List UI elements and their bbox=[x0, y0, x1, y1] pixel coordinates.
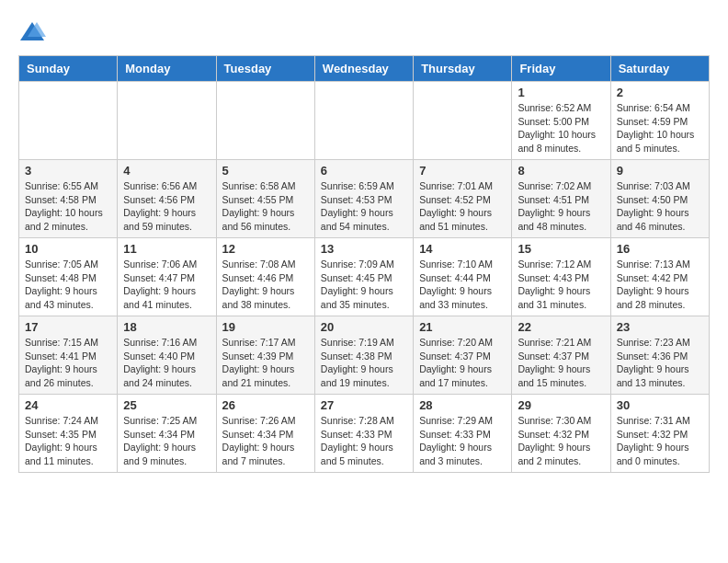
calendar-cell bbox=[414, 82, 512, 160]
calendar-week-1: 1Sunrise: 6:52 AM Sunset: 5:00 PM Daylig… bbox=[19, 82, 710, 160]
page-header bbox=[18, 18, 710, 46]
calendar-cell: 27Sunrise: 7:28 AM Sunset: 4:33 PM Dayli… bbox=[314, 395, 413, 473]
day-info: Sunrise: 7:13 AM Sunset: 4:42 PM Dayligh… bbox=[617, 258, 703, 312]
calendar-cell: 30Sunrise: 7:31 AM Sunset: 4:32 PM Dayli… bbox=[610, 395, 709, 473]
day-number: 23 bbox=[617, 320, 703, 334]
calendar-cell: 26Sunrise: 7:26 AM Sunset: 4:34 PM Dayli… bbox=[216, 395, 314, 473]
header-day-thursday: Thursday bbox=[414, 56, 512, 82]
day-number: 6 bbox=[321, 164, 407, 178]
calendar-cell: 20Sunrise: 7:19 AM Sunset: 4:38 PM Dayli… bbox=[314, 316, 413, 395]
day-number: 29 bbox=[518, 398, 604, 412]
day-number: 17 bbox=[25, 320, 111, 334]
calendar-cell: 10Sunrise: 7:05 AM Sunset: 4:48 PM Dayli… bbox=[19, 238, 118, 316]
calendar-cell bbox=[216, 82, 314, 160]
day-info: Sunrise: 6:56 AM Sunset: 4:56 PM Dayligh… bbox=[123, 179, 210, 234]
calendar-cell: 18Sunrise: 7:16 AM Sunset: 4:40 PM Dayli… bbox=[118, 316, 216, 395]
header-day-sunday: Sunday bbox=[19, 56, 118, 82]
header-day-monday: Monday bbox=[118, 56, 216, 82]
calendar-week-2: 3Sunrise: 6:55 AM Sunset: 4:58 PM Daylig… bbox=[19, 160, 710, 238]
day-number: 25 bbox=[123, 398, 210, 412]
day-number: 22 bbox=[518, 320, 604, 334]
calendar-cell: 15Sunrise: 7:12 AM Sunset: 4:43 PM Dayli… bbox=[512, 238, 610, 316]
day-info: Sunrise: 7:26 AM Sunset: 4:34 PM Dayligh… bbox=[222, 414, 309, 468]
calendar-table: SundayMondayTuesdayWednesdayThursdayFrid… bbox=[18, 55, 710, 473]
day-info: Sunrise: 6:54 AM Sunset: 4:59 PM Dayligh… bbox=[617, 101, 703, 155]
day-info: Sunrise: 7:16 AM Sunset: 4:40 PM Dayligh… bbox=[123, 336, 210, 390]
day-number: 4 bbox=[123, 164, 210, 178]
day-number: 20 bbox=[321, 320, 407, 334]
day-number: 9 bbox=[617, 164, 703, 178]
calendar-cell: 19Sunrise: 7:17 AM Sunset: 4:39 PM Dayli… bbox=[216, 316, 314, 395]
day-info: Sunrise: 6:58 AM Sunset: 4:55 PM Dayligh… bbox=[222, 179, 309, 234]
day-info: Sunrise: 7:10 AM Sunset: 4:44 PM Dayligh… bbox=[419, 258, 506, 312]
calendar-cell: 14Sunrise: 7:10 AM Sunset: 4:44 PM Dayli… bbox=[414, 238, 512, 316]
calendar-cell: 25Sunrise: 7:25 AM Sunset: 4:34 PM Dayli… bbox=[118, 395, 216, 473]
day-info: Sunrise: 7:23 AM Sunset: 4:36 PM Dayligh… bbox=[617, 336, 703, 390]
day-info: Sunrise: 6:59 AM Sunset: 4:53 PM Dayligh… bbox=[321, 179, 407, 234]
day-number: 28 bbox=[419, 398, 506, 412]
calendar-cell: 6Sunrise: 6:59 AM Sunset: 4:53 PM Daylig… bbox=[314, 160, 413, 238]
day-info: Sunrise: 6:52 AM Sunset: 5:00 PM Dayligh… bbox=[518, 101, 604, 155]
day-info: Sunrise: 7:17 AM Sunset: 4:39 PM Dayligh… bbox=[222, 336, 309, 390]
calendar-cell: 23Sunrise: 7:23 AM Sunset: 4:36 PM Dayli… bbox=[610, 316, 709, 395]
day-number: 30 bbox=[617, 398, 703, 412]
day-info: Sunrise: 7:21 AM Sunset: 4:37 PM Dayligh… bbox=[518, 336, 604, 390]
calendar-cell bbox=[314, 82, 413, 160]
day-info: Sunrise: 7:31 AM Sunset: 4:32 PM Dayligh… bbox=[617, 414, 703, 468]
calendar-body: 1Sunrise: 6:52 AM Sunset: 5:00 PM Daylig… bbox=[19, 82, 710, 473]
calendar-cell: 9Sunrise: 7:03 AM Sunset: 4:50 PM Daylig… bbox=[610, 160, 709, 238]
calendar-cell: 17Sunrise: 7:15 AM Sunset: 4:41 PM Dayli… bbox=[19, 316, 118, 395]
day-info: Sunrise: 7:02 AM Sunset: 4:51 PM Dayligh… bbox=[518, 179, 604, 234]
calendar-cell: 13Sunrise: 7:09 AM Sunset: 4:45 PM Dayli… bbox=[314, 238, 413, 316]
day-info: Sunrise: 7:30 AM Sunset: 4:32 PM Dayligh… bbox=[518, 414, 604, 468]
day-number: 14 bbox=[419, 242, 506, 256]
calendar-cell: 24Sunrise: 7:24 AM Sunset: 4:35 PM Dayli… bbox=[19, 395, 118, 473]
day-number: 11 bbox=[123, 242, 210, 256]
logo-icon bbox=[18, 18, 46, 46]
day-number: 8 bbox=[518, 164, 604, 178]
day-number: 7 bbox=[419, 164, 506, 178]
day-info: Sunrise: 7:06 AM Sunset: 4:47 PM Dayligh… bbox=[123, 258, 210, 312]
day-number: 21 bbox=[419, 320, 506, 334]
day-info: Sunrise: 7:24 AM Sunset: 4:35 PM Dayligh… bbox=[25, 414, 111, 468]
day-number: 27 bbox=[321, 398, 407, 412]
day-info: Sunrise: 7:09 AM Sunset: 4:45 PM Dayligh… bbox=[321, 258, 407, 312]
calendar-cell: 3Sunrise: 6:55 AM Sunset: 4:58 PM Daylig… bbox=[19, 160, 118, 238]
day-number: 12 bbox=[222, 242, 309, 256]
calendar-cell: 8Sunrise: 7:02 AM Sunset: 4:51 PM Daylig… bbox=[512, 160, 610, 238]
day-number: 1 bbox=[518, 86, 604, 99]
day-info: Sunrise: 7:12 AM Sunset: 4:43 PM Dayligh… bbox=[518, 258, 604, 312]
day-number: 5 bbox=[222, 164, 309, 178]
logo bbox=[18, 18, 50, 46]
day-info: Sunrise: 7:29 AM Sunset: 4:33 PM Dayligh… bbox=[419, 414, 506, 468]
day-info: Sunrise: 7:03 AM Sunset: 4:50 PM Dayligh… bbox=[617, 179, 703, 234]
day-number: 3 bbox=[25, 164, 111, 178]
calendar-header: SundayMondayTuesdayWednesdayThursdayFrid… bbox=[19, 56, 710, 82]
calendar-cell: 29Sunrise: 7:30 AM Sunset: 4:32 PM Dayli… bbox=[512, 395, 610, 473]
day-info: Sunrise: 7:19 AM Sunset: 4:38 PM Dayligh… bbox=[321, 336, 407, 390]
calendar-week-5: 24Sunrise: 7:24 AM Sunset: 4:35 PM Dayli… bbox=[19, 395, 710, 473]
header-row: SundayMondayTuesdayWednesdayThursdayFrid… bbox=[19, 56, 710, 82]
calendar-cell: 5Sunrise: 6:58 AM Sunset: 4:55 PM Daylig… bbox=[216, 160, 314, 238]
header-day-saturday: Saturday bbox=[610, 56, 709, 82]
calendar-week-3: 10Sunrise: 7:05 AM Sunset: 4:48 PM Dayli… bbox=[19, 238, 710, 316]
calendar-cell: 21Sunrise: 7:20 AM Sunset: 4:37 PM Dayli… bbox=[414, 316, 512, 395]
day-number: 19 bbox=[222, 320, 309, 334]
day-info: Sunrise: 6:55 AM Sunset: 4:58 PM Dayligh… bbox=[25, 179, 111, 234]
day-info: Sunrise: 7:01 AM Sunset: 4:52 PM Dayligh… bbox=[419, 179, 506, 234]
day-number: 24 bbox=[25, 398, 111, 412]
calendar-cell: 16Sunrise: 7:13 AM Sunset: 4:42 PM Dayli… bbox=[610, 238, 709, 316]
calendar-cell: 12Sunrise: 7:08 AM Sunset: 4:46 PM Dayli… bbox=[216, 238, 314, 316]
calendar-cell: 2Sunrise: 6:54 AM Sunset: 4:59 PM Daylig… bbox=[610, 82, 709, 160]
day-info: Sunrise: 7:28 AM Sunset: 4:33 PM Dayligh… bbox=[321, 414, 407, 468]
day-number: 15 bbox=[518, 242, 604, 256]
calendar-cell bbox=[19, 82, 118, 160]
calendar-cell: 7Sunrise: 7:01 AM Sunset: 4:52 PM Daylig… bbox=[414, 160, 512, 238]
calendar-week-4: 17Sunrise: 7:15 AM Sunset: 4:41 PM Dayli… bbox=[19, 316, 710, 395]
calendar-cell bbox=[118, 82, 216, 160]
day-number: 13 bbox=[321, 242, 407, 256]
day-number: 2 bbox=[617, 86, 703, 99]
day-number: 10 bbox=[25, 242, 111, 256]
day-info: Sunrise: 7:08 AM Sunset: 4:46 PM Dayligh… bbox=[222, 258, 309, 312]
day-number: 16 bbox=[617, 242, 703, 256]
